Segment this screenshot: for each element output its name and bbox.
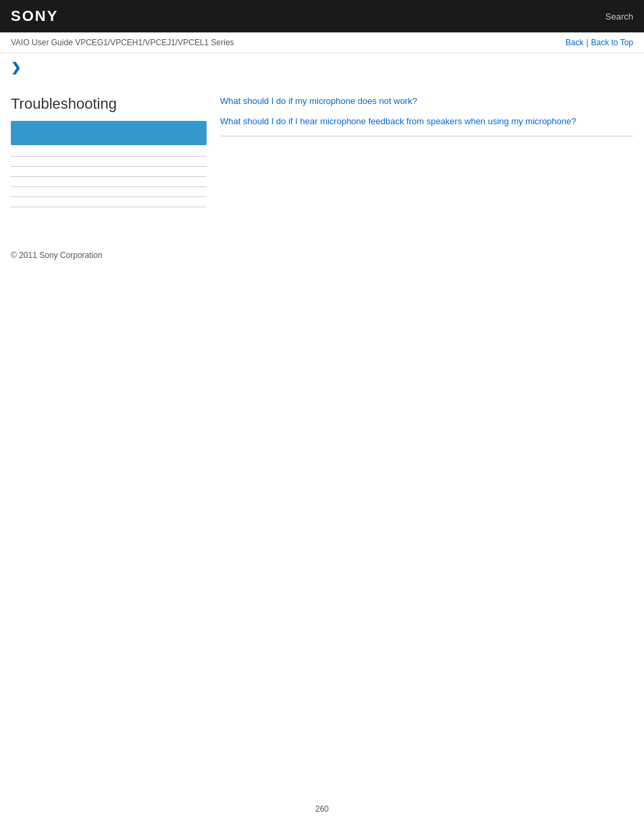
copyright-text: © 2011 Sony Corporation [11,251,103,260]
breadcrumb-separator: | [586,38,588,47]
sidebar-line-4 [11,186,207,187]
breadcrumb-text: VAIO User Guide VPCEG1/VPCEH1/VPCEJ1/VPC… [11,38,234,47]
search-button[interactable]: Search [606,11,633,22]
sidebar-title: Troubleshooting [11,95,207,113]
header: SONY Search [0,0,644,32]
content-link-2[interactable]: What should I do if I hear microphone fe… [220,115,633,128]
sidebar-line-5 [11,197,207,197]
page-number: 260 [0,804,644,814]
sidebar: Troubleshooting [11,95,207,217]
sidebar-highlight [11,121,207,145]
chevron-icon: ❯ [11,60,644,75]
sidebar-line-2 [11,166,207,167]
sidebar-line-1 [11,156,207,157]
footer-copyright: © 2011 Sony Corporation [0,237,644,273]
sony-logo: SONY [11,7,58,25]
breadcrumb-bar: VAIO User Guide VPCEG1/VPCEH1/VPCEJ1/VPC… [0,32,644,53]
main-content: Troubleshooting What should I do if my m… [0,82,644,230]
sidebar-line-6 [11,207,207,207]
content-area: What should I do if my microphone does n… [220,95,633,217]
content-divider [220,136,633,136]
back-to-top-link[interactable]: Back to Top [591,38,633,47]
content-link-1[interactable]: What should I do if my microphone does n… [220,95,633,107]
back-link[interactable]: Back [566,38,584,47]
sidebar-line-3 [11,176,207,177]
sidebar-lines [11,156,207,217]
breadcrumb-nav: Back | Back to Top [566,38,633,47]
